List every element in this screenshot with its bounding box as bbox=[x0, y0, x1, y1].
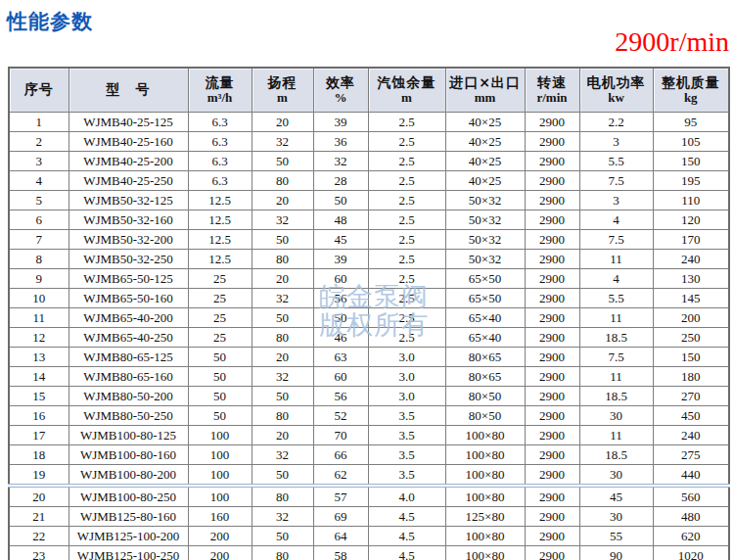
table-row: 5WJMB50-32-12512.520502.550×3229003110 bbox=[9, 191, 729, 210]
column-label: 电机功率 bbox=[580, 74, 653, 92]
cell-weight: 480 bbox=[653, 507, 729, 527]
cell-speed: 2900 bbox=[525, 406, 579, 426]
cell-flow: 25 bbox=[188, 308, 252, 328]
column-unit: kw bbox=[580, 91, 653, 106]
cell-power: 3 bbox=[579, 132, 653, 152]
cell-model: WJMB65-40-200 bbox=[69, 308, 188, 328]
cell-ports: 50×32 bbox=[445, 210, 525, 230]
cell-flow: 200 bbox=[188, 546, 252, 560]
cell-flow: 12.5 bbox=[188, 210, 252, 230]
cell-weight: 95 bbox=[653, 113, 729, 132]
column-header-speed: 转速r/min bbox=[525, 68, 579, 113]
column-label: 进口×出口 bbox=[446, 74, 525, 92]
cell-flow: 160 bbox=[188, 507, 252, 527]
cell-efficiency: 39 bbox=[313, 250, 368, 269]
cell-weight: 240 bbox=[653, 426, 729, 445]
cell-index: 21 bbox=[9, 507, 69, 527]
column-unit: mm bbox=[446, 91, 525, 106]
cell-flow: 25 bbox=[188, 289, 252, 308]
cell-weight: 145 bbox=[653, 289, 729, 308]
cell-flow: 50 bbox=[188, 367, 252, 387]
cell-flow: 50 bbox=[188, 406, 252, 426]
cell-flow: 6.3 bbox=[188, 113, 252, 132]
cell-head: 20 bbox=[252, 113, 313, 132]
cell-power: 18.5 bbox=[579, 328, 653, 348]
cell-model: WJMB65-50-160 bbox=[69, 289, 188, 308]
cell-head: 50 bbox=[252, 230, 313, 250]
column-header-flow: 流量m³/h bbox=[188, 68, 252, 113]
cell-flow: 6.3 bbox=[188, 132, 252, 152]
cell-efficiency: 46 bbox=[313, 328, 368, 348]
cell-ports: 40×25 bbox=[445, 152, 525, 171]
cell-power: 3 bbox=[579, 191, 653, 210]
cell-index: 5 bbox=[9, 191, 69, 210]
cell-speed: 2900 bbox=[525, 289, 579, 308]
cell-ports: 100×80 bbox=[445, 426, 525, 445]
cell-weight: 250 bbox=[653, 328, 729, 348]
column-label: 流量 bbox=[189, 74, 252, 92]
cell-efficiency: 70 bbox=[313, 426, 368, 445]
cell-efficiency: 63 bbox=[313, 348, 368, 367]
cell-ports: 80×50 bbox=[445, 406, 525, 426]
cell-weight: 275 bbox=[653, 445, 729, 465]
cell-ports: 80×65 bbox=[445, 367, 525, 387]
table-row: 10WJMB65-50-1602532562.565×5029005.5145 bbox=[9, 289, 729, 308]
cell-ports: 50×32 bbox=[445, 191, 525, 210]
cell-flow: 25 bbox=[188, 269, 252, 289]
cell-npsh: 2.5 bbox=[368, 308, 445, 328]
cell-index: 23 bbox=[9, 546, 69, 560]
rated-speed-label: 2900r/min bbox=[615, 26, 729, 58]
cell-power: 5.5 bbox=[579, 289, 653, 308]
cell-flow: 12.5 bbox=[188, 250, 252, 269]
cell-head: 32 bbox=[252, 507, 313, 527]
cell-model: WJMB125-80-160 bbox=[69, 507, 188, 527]
cell-power: 18.5 bbox=[579, 387, 653, 406]
cell-head: 32 bbox=[252, 289, 313, 308]
table-row: 20WJMB100-80-25010080574.0100×8029004556… bbox=[9, 486, 729, 507]
cell-flow: 50 bbox=[188, 348, 252, 367]
cell-weight: 195 bbox=[653, 171, 729, 191]
cell-index: 14 bbox=[9, 367, 69, 387]
cell-head: 50 bbox=[252, 527, 313, 546]
cell-index: 8 bbox=[9, 250, 69, 269]
cell-index: 2 bbox=[9, 132, 69, 152]
cell-index: 16 bbox=[9, 406, 69, 426]
cell-efficiency: 60 bbox=[313, 269, 368, 289]
table-row: 6WJMB50-32-16012.532482.550×3229004120 bbox=[9, 210, 729, 230]
cell-power: 30 bbox=[579, 507, 653, 527]
cell-npsh: 2.5 bbox=[368, 269, 445, 289]
cell-weight: 270 bbox=[653, 387, 729, 406]
cell-npsh: 4.5 bbox=[368, 546, 445, 560]
cell-index: 6 bbox=[9, 210, 69, 230]
cell-npsh: 2.5 bbox=[368, 210, 445, 230]
cell-efficiency: 56 bbox=[313, 289, 368, 308]
cell-flow: 12.5 bbox=[188, 191, 252, 210]
cell-head: 20 bbox=[252, 348, 313, 367]
column-header-npsh: 汽蚀余量m bbox=[368, 68, 445, 113]
cell-power: 30 bbox=[579, 406, 653, 426]
column-header-head: 扬程m bbox=[252, 68, 313, 113]
cell-power: 90 bbox=[579, 546, 653, 560]
cell-index: 18 bbox=[9, 445, 69, 465]
cell-npsh: 2.5 bbox=[368, 289, 445, 308]
cell-speed: 2900 bbox=[525, 113, 579, 132]
cell-npsh: 4.0 bbox=[368, 486, 445, 507]
column-unit: m bbox=[369, 91, 445, 106]
cell-flow: 6.3 bbox=[188, 152, 252, 171]
cell-weight: 150 bbox=[653, 348, 729, 367]
cell-head: 80 bbox=[252, 546, 313, 560]
cell-weight: 560 bbox=[653, 486, 729, 507]
cell-model: WJMB50-32-125 bbox=[69, 191, 188, 210]
column-label: 扬程 bbox=[252, 74, 313, 92]
cell-power: 55 bbox=[579, 527, 653, 546]
table-row: 14WJMB80-65-1605032603.080×65290011180 bbox=[9, 367, 729, 387]
cell-model: WJMB40-25-250 bbox=[69, 171, 188, 191]
column-label: 转速 bbox=[526, 74, 579, 92]
cell-efficiency: 48 bbox=[313, 210, 368, 230]
cell-power: 11 bbox=[579, 250, 653, 269]
column-unit: % bbox=[314, 91, 368, 106]
column-header-index: 序号 bbox=[9, 68, 69, 113]
cell-model: WJMB65-50-125 bbox=[69, 269, 188, 289]
cell-model: WJMB50-32-200 bbox=[69, 230, 188, 250]
cell-power: 2.2 bbox=[579, 113, 653, 132]
